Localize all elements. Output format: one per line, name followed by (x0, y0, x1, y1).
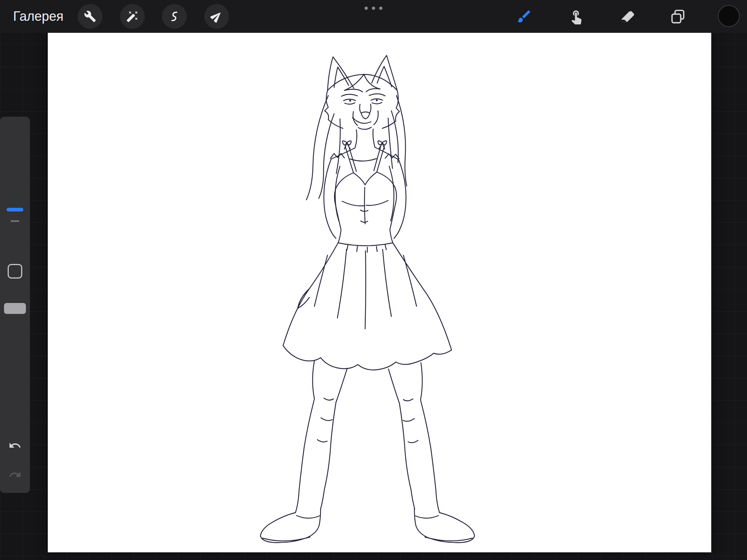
undo-arrow-icon (8, 439, 22, 452)
redo-arrow-icon (8, 468, 22, 481)
transform-arrow-icon (210, 10, 223, 23)
procreate-workspace: Галерея (0, 0, 747, 560)
figure-arms (324, 159, 406, 238)
wrench-icon (84, 10, 96, 23)
drawing-canvas[interactable] (48, 33, 711, 552)
slider-tick-icon (11, 220, 19, 222)
figure-legs (295, 361, 440, 513)
smudge-hand-icon (568, 8, 584, 24)
modify-button[interactable] (8, 264, 22, 279)
figure-ears-head (328, 55, 397, 92)
smudge-tool-button[interactable] (566, 6, 587, 27)
paintbrush-icon (516, 8, 532, 24)
redo-button[interactable] (6, 466, 24, 483)
layers-button[interactable] (667, 6, 688, 27)
eraser-icon (620, 8, 636, 24)
opacity-slider[interactable] (4, 303, 26, 314)
figure-shoes (260, 509, 475, 542)
figure-bodice (334, 172, 396, 243)
top-toolbar: Галерея (0, 0, 747, 33)
magic-wand-icon (126, 10, 139, 23)
brush-size-slider[interactable] (7, 208, 23, 211)
figure-hair (306, 96, 407, 200)
figure-right-pupil (376, 99, 378, 101)
canvas-artwork (252, 52, 476, 548)
layers-icon (670, 8, 686, 24)
undo-button[interactable] (6, 437, 24, 454)
selection-button[interactable] (162, 4, 187, 29)
color-swatch-circle[interactable] (718, 5, 740, 27)
sidebar (0, 117, 30, 493)
ellipsis-dots-icon[interactable] (363, 4, 385, 12)
figure-bows-straps (342, 141, 387, 173)
adjustments-button[interactable] (120, 4, 145, 29)
gallery-button[interactable]: Галерея (13, 0, 63, 33)
transform-button[interactable] (204, 4, 229, 29)
figure-left-pupil (349, 100, 351, 101)
eraser-tool-button[interactable] (618, 6, 638, 27)
paint-tool-button[interactable] (514, 6, 534, 27)
figure-skirt (283, 243, 452, 370)
selection-s-icon (168, 10, 181, 23)
actions-button[interactable] (78, 4, 102, 29)
